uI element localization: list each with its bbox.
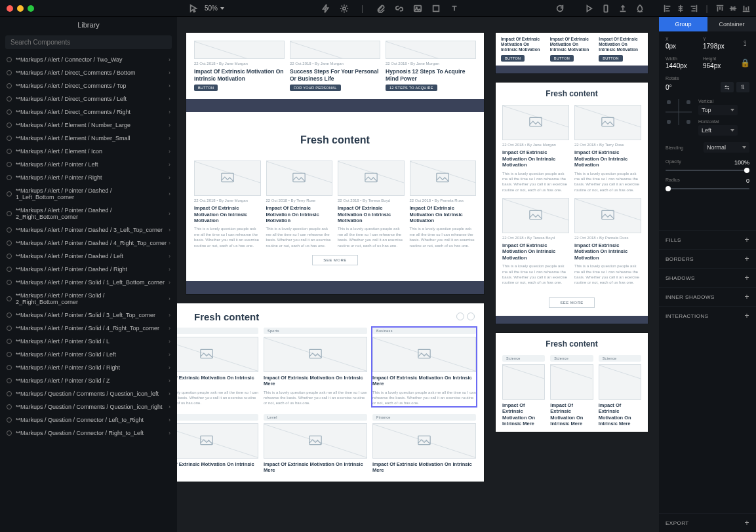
library-item[interactable]: **Markups / Alert / Direct_Comments / Le… bbox=[0, 92, 177, 105]
card-label: Science bbox=[177, 328, 258, 334]
artboard-1[interactable]: 22 Oct 2018 • By Jane Morgan Impact Of E… bbox=[186, 33, 484, 294]
chevron-right-icon: › bbox=[169, 312, 170, 318]
align-right-icon[interactable] bbox=[689, 4, 698, 13]
library-item-label: **Markups / Alert / Direct_Comments / Bo… bbox=[16, 69, 136, 76]
opacity-slider[interactable] bbox=[666, 170, 749, 171]
article-card: 22 Oct 2018 • By Jane Morgan Impact Of E… bbox=[194, 161, 261, 248]
library-item[interactable]: **Markups / Alert / Pointer / Dashed / 4… bbox=[0, 237, 177, 250]
align-v-dropdown[interactable]: Top bbox=[698, 105, 738, 115]
play-icon[interactable] bbox=[584, 4, 593, 13]
window-minimize[interactable] bbox=[17, 5, 24, 12]
tab-container[interactable]: Container bbox=[707, 17, 756, 31]
align-anchor[interactable] bbox=[666, 99, 692, 125]
library-item[interactable]: **Markups / Alert / Element / Number_Sma… bbox=[0, 132, 177, 145]
lock-icon[interactable]: 🔒 bbox=[740, 58, 749, 67]
library-item[interactable]: **Markups / Alert / Pointer / Solid / 3_… bbox=[0, 309, 177, 322]
library-item[interactable]: **Markups / Alert / Pointer / Dashed / 2… bbox=[0, 204, 177, 223]
width-value[interactable]: 1440px bbox=[666, 62, 695, 69]
plus-icon[interactable]: + bbox=[744, 311, 749, 320]
library-item[interactable]: **Markups / Alert / Pointer / Solid / Le… bbox=[0, 348, 177, 361]
plus-icon[interactable]: + bbox=[744, 273, 749, 282]
library-item[interactable]: **Markups / Alert / Pointer / Solid / 4_… bbox=[0, 322, 177, 335]
align-left-icon[interactable] bbox=[663, 4, 672, 13]
image-icon[interactable] bbox=[413, 4, 422, 13]
export-section[interactable]: EXPORT+ bbox=[659, 513, 756, 532]
tab-group[interactable]: Group bbox=[659, 17, 707, 31]
bolt-icon[interactable] bbox=[321, 4, 330, 13]
library-item[interactable]: **Markups / Alert / Pointer / Dashed / 3… bbox=[0, 223, 177, 237]
flip-h-button[interactable]: ⇋ bbox=[721, 82, 734, 92]
align-top-icon[interactable] bbox=[715, 4, 725, 13]
inspector-section-fills[interactable]: FILLS+ bbox=[659, 230, 756, 249]
library-item[interactable]: **Markups / Alert / Connector / Two_Way› bbox=[0, 53, 177, 66]
rotate-value[interactable]: 0° bbox=[666, 84, 672, 91]
radius-slider[interactable] bbox=[666, 188, 749, 189]
library-item[interactable]: **Markups / Alert / Pointer / Solid / L› bbox=[0, 335, 177, 348]
pin-icon[interactable]: ⟟ bbox=[740, 39, 749, 48]
artboard-4[interactable]: Fresh content 22 Oct 2018 • By Jane Morg… bbox=[496, 83, 648, 323]
text-icon[interactable] bbox=[450, 4, 459, 13]
see-more-button[interactable]: SEE MORE bbox=[549, 297, 595, 308]
inspector-section-borders[interactable]: BORDERS+ bbox=[659, 249, 756, 268]
artboard-5[interactable]: Fresh content ScienceImpact Of Extrinsic… bbox=[496, 333, 648, 432]
library-item[interactable]: **Markups / Question / Connector / Right… bbox=[0, 427, 177, 440]
library-item[interactable]: **Markups / Alert / Element / Icon› bbox=[0, 145, 177, 158]
attach-icon[interactable] bbox=[376, 4, 386, 13]
inspector-section-shadows[interactable]: SHADOWS+ bbox=[659, 268, 756, 287]
window-maximize[interactable] bbox=[28, 5, 34, 12]
zoom-dropdown[interactable]: 50% bbox=[205, 5, 224, 12]
canvas[interactable]: 22 Oct 2018 • By Jane Morgan Impact Of E… bbox=[177, 17, 659, 532]
height-value[interactable]: 964px bbox=[703, 62, 732, 69]
library-item[interactable]: **Markups / Question / Connector / Left_… bbox=[0, 413, 177, 427]
artboard-2[interactable]: Fresh content Science Impact Of Extrinsi… bbox=[177, 303, 484, 482]
library-item[interactable]: **Markups / Alert / Pointer / Solid / 1_… bbox=[0, 276, 177, 289]
search-input[interactable]: Search Components bbox=[5, 35, 172, 49]
inspector-section-interactions[interactable]: INTERACTIONS+ bbox=[659, 306, 756, 325]
rocket-icon[interactable] bbox=[635, 4, 645, 13]
inspector-section-inner-shadows[interactable]: INNER SHADOWS+ bbox=[659, 287, 756, 306]
pointer-tool-icon[interactable] bbox=[189, 4, 198, 13]
upload-icon[interactable] bbox=[618, 4, 627, 13]
artboard-3[interactable]: Impact Of Extrinsic Motivation On Intrin… bbox=[496, 33, 648, 73]
gear-icon[interactable] bbox=[340, 4, 349, 13]
library-item[interactable]: **Markups / Alert / Pointer / Right› bbox=[0, 171, 177, 184]
refresh-icon[interactable] bbox=[555, 4, 565, 13]
flip-v-button[interactable]: ⥮ bbox=[736, 82, 749, 92]
labeled-card-selected[interactable]: Business Impact Of Extrinsic Motivation … bbox=[372, 328, 476, 406]
opacity-value[interactable]: 100% bbox=[734, 159, 749, 166]
library-item[interactable]: **Markups / Alert / Element / Number_Lar… bbox=[0, 119, 177, 132]
library-item[interactable]: **Markups / Alert / Direct_Comments / Bo… bbox=[0, 66, 177, 79]
shape-icon[interactable] bbox=[431, 4, 441, 13]
library-item[interactable]: **Markups / Alert / Pointer / Solid / 2_… bbox=[0, 289, 177, 309]
prev-button[interactable] bbox=[456, 313, 464, 320]
window-close[interactable] bbox=[7, 5, 13, 12]
plus-icon[interactable]: + bbox=[744, 292, 749, 301]
component-dot-icon bbox=[7, 70, 12, 75]
library-item[interactable]: **Markups / Alert / Pointer / Solid / Ri… bbox=[0, 361, 177, 374]
align-h-dropdown[interactable]: Left bbox=[698, 125, 738, 136]
align-bottom-icon[interactable] bbox=[742, 4, 751, 13]
x-value[interactable]: 0px bbox=[666, 43, 695, 50]
library-item[interactable]: **Markups / Question / Comments / Questi… bbox=[0, 400, 177, 413]
align-hcenter-icon[interactable] bbox=[676, 4, 685, 13]
library-item[interactable]: **Markups / Alert / Pointer / Dashed / R… bbox=[0, 263, 177, 276]
library-item[interactable]: **Markups / Alert / Pointer / Dashed / 1… bbox=[0, 184, 177, 204]
mobile-icon[interactable] bbox=[601, 4, 610, 13]
plus-icon[interactable]: + bbox=[744, 235, 749, 244]
see-more-button[interactable]: SEE MORE bbox=[312, 255, 358, 265]
library-item[interactable]: **Markups / Alert / Pointer / Solid / Z› bbox=[0, 374, 177, 387]
align-vcenter-icon[interactable] bbox=[728, 4, 738, 13]
next-button[interactable] bbox=[467, 313, 475, 320]
library-item[interactable]: **Markups / Alert / Direct_Comments / To… bbox=[0, 79, 177, 92]
component-dot-icon bbox=[7, 162, 12, 167]
library-item[interactable]: **Markups / Alert / Pointer / Dashed / L… bbox=[0, 250, 177, 263]
library-item[interactable]: **Markups / Question / Comments / Questi… bbox=[0, 387, 177, 400]
footer-bar bbox=[186, 99, 484, 112]
library-item[interactable]: **Markups / Alert / Direct_Comments / Ri… bbox=[0, 105, 177, 119]
y-value[interactable]: 1798px bbox=[703, 43, 732, 50]
plus-icon[interactable]: + bbox=[744, 254, 749, 263]
library-item[interactable]: **Markups / Alert / Pointer / Left› bbox=[0, 158, 177, 171]
link-icon[interactable] bbox=[395, 4, 404, 13]
radius-value[interactable]: 0 bbox=[746, 178, 749, 184]
blending-dropdown[interactable]: Normal bbox=[704, 142, 749, 153]
